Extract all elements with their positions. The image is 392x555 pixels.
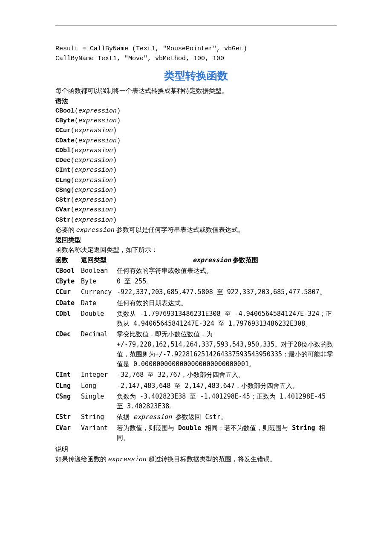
table-cell-range: 负数从 -1.79769313486231E308 至 -4.940656458… bbox=[117, 309, 337, 330]
syntax-arg: expression bbox=[75, 217, 113, 224]
table-cell-range: -922,337,203,685,477.5808 至 922,337,203,… bbox=[117, 287, 337, 298]
table-row: CDateDate任何有效的日期表达式。 bbox=[55, 298, 337, 309]
cvar-p1: 若为数值，则范围与 bbox=[117, 424, 178, 432]
explain-suffix: 超过转换目标数据类型的范围，将发生错误。 bbox=[147, 456, 276, 462]
syntax-fn-name: CDbl bbox=[55, 147, 71, 154]
table-cell-range: 负数为 -3.402823E38 至 -1.401298E-45；正数为 1.4… bbox=[117, 392, 337, 413]
table-cell-range: -2,147,483,648 至 2,147,483,647，小数部分四舍五入。 bbox=[117, 381, 337, 392]
table-cell-ret: Currency bbox=[81, 287, 117, 298]
table-cell-ret: Byte bbox=[81, 277, 117, 287]
syntax-fn-name: CInt bbox=[55, 167, 71, 174]
table-cell-range: 0 至 255。 bbox=[117, 277, 337, 287]
return-type-table: 函数 返回类型 expression 参数范围 CBoolBoolean任何有效… bbox=[55, 255, 337, 444]
param-note: 必要的 expression 参数可以是任何字符串表达式或数值表达式。 bbox=[55, 225, 337, 235]
table-row: CLngLong-2,147,483,648 至 2,147,483,647，小… bbox=[55, 381, 337, 392]
table-header-range: expression 参数范围 bbox=[117, 255, 337, 266]
syntax-fn-name: CByte bbox=[55, 117, 75, 124]
syntax-fn-name: CDate bbox=[55, 137, 75, 145]
section-title: 类型转换函数 bbox=[55, 67, 337, 84]
syntax-line: CStr(expression) bbox=[55, 215, 337, 225]
explain-heading: 说明 bbox=[55, 445, 337, 454]
table-row: CVarVariant若为数值，则范围与 Double 相同；若不为数值，则范围… bbox=[55, 423, 337, 444]
cvar-b1: Double bbox=[178, 424, 201, 432]
syntax-fn-name: CSng bbox=[55, 187, 71, 194]
table-row: CCurCurrency-922,337,203,685,477.5808 至 … bbox=[55, 287, 337, 298]
table-cell-ret: Boolean bbox=[81, 266, 117, 277]
table-row: CSngSingle负数为 -3.402823E38 至 -1.401298E-… bbox=[55, 392, 337, 413]
syntax-fn-name: CBool bbox=[55, 107, 75, 115]
table-row: CByteByte0 至 255。 bbox=[55, 277, 337, 287]
syntax-line: CVar(expression) bbox=[55, 205, 337, 215]
syntax-arg: expression bbox=[78, 137, 117, 145]
table-cell-ret: String bbox=[81, 412, 117, 423]
table-header-expr: expression bbox=[193, 256, 231, 264]
explain-expr: expression bbox=[108, 456, 147, 463]
table-row: CStrString依据 expression 参数返回 Cstr。 bbox=[55, 412, 337, 423]
table-row: CDecDecimal零变比数值，即无小数位数值，为 +/-79,228,162… bbox=[55, 330, 337, 370]
table-cell-fn: CInt bbox=[55, 370, 81, 381]
table-cell-fn: CByte bbox=[55, 277, 81, 287]
syntax-line: CDbl(expression) bbox=[55, 146, 337, 156]
syntax-line: CDec(expression) bbox=[55, 156, 337, 165]
table-header-fn: 函数 bbox=[55, 255, 81, 266]
table-cell-fn: CDbl bbox=[55, 309, 81, 330]
table-cell-ret: Integer bbox=[81, 370, 117, 381]
table-cell-range: 若为数值，则范围与 Double 相同；若不为数值，则范围与 String 相同… bbox=[117, 423, 337, 444]
syntax-line: CBool(expression) bbox=[55, 106, 337, 116]
table-cell-range: -32,768 至 32,767，小数部分四舍五入。 bbox=[117, 370, 337, 381]
code-line-2: CallByName Text1, "Move", vbMethod, 100,… bbox=[55, 54, 337, 64]
table-row: CBoolBoolean任何有效的字符串或数值表达式。 bbox=[55, 266, 337, 277]
table-cell-fn: CDec bbox=[55, 330, 81, 370]
syntax-arg: expression bbox=[78, 107, 117, 115]
syntax-fn-name: CDec bbox=[55, 157, 71, 164]
table-cell-range: 任何有效的字符串或数值表达式。 bbox=[117, 266, 337, 277]
param-note-suffix: 参数可以是任何字符串表达式或数值表达式。 bbox=[115, 226, 244, 233]
syntax-fn-name: CLng bbox=[55, 177, 71, 184]
syntax-arg: expression bbox=[75, 147, 113, 154]
syntax-arg: expression bbox=[78, 117, 117, 124]
table-cell-ret: Double bbox=[81, 309, 117, 330]
table-header-range-suffix: 参数范围 bbox=[231, 257, 258, 263]
syntax-line: CCur(expression) bbox=[55, 126, 337, 136]
syntax-fn-name: CCur bbox=[55, 127, 71, 134]
table-cell-ret: Long bbox=[81, 381, 117, 392]
syntax-arg: expression bbox=[75, 187, 113, 194]
syntax-line: CByte(expression) bbox=[55, 116, 337, 126]
cvar-p2: 相同；若不为数值，则范围与 bbox=[201, 424, 292, 432]
table-row: CIntInteger-32,768 至 32,767，小数部分四舍五入。 bbox=[55, 370, 337, 381]
syntax-arg: expression bbox=[75, 206, 113, 214]
table-cell-ret: Decimal bbox=[81, 330, 117, 370]
table-cell-fn: CStr bbox=[55, 412, 81, 423]
syntax-arg: expression bbox=[75, 177, 113, 184]
table-cell-fn: CDate bbox=[55, 298, 81, 309]
table-cell-fn: CVar bbox=[55, 423, 81, 444]
syntax-fn-name: CVar bbox=[55, 206, 71, 214]
explain-note: 如果传递给函数的 expression 超过转换目标数据类型的范围，将发生错误。 bbox=[55, 454, 337, 465]
syntax-arg: expression bbox=[75, 167, 113, 174]
param-note-prefix: 必要的 bbox=[55, 226, 76, 233]
cstr-range-suffix: 参数返回 Cstr。 bbox=[172, 413, 227, 421]
syntax-line: CStr(expression) bbox=[55, 195, 337, 205]
explain-prefix: 如果传递给函数的 bbox=[55, 456, 108, 462]
syntax-line: CSng(expression) bbox=[55, 185, 337, 195]
syntax-line: CLng(expression) bbox=[55, 176, 337, 185]
table-cell-ret: Date bbox=[81, 298, 117, 309]
param-note-expr: expression bbox=[76, 227, 115, 234]
table-cell-ret: Single bbox=[81, 392, 117, 413]
table-header-ret: 返回类型 bbox=[81, 255, 117, 266]
return-type-heading: 返回类型 bbox=[55, 235, 337, 245]
syntax-arg: expression bbox=[75, 157, 113, 164]
syntax-fn-name: CStr bbox=[55, 197, 71, 204]
top-rule bbox=[55, 26, 337, 26]
table-cell-ret: Variant bbox=[81, 423, 117, 444]
table-cell-range: 任何有效的日期表达式。 bbox=[117, 298, 337, 309]
syntax-arg: expression bbox=[75, 197, 113, 204]
syntax-fn-name: CStr bbox=[55, 217, 71, 224]
page-content: Result = CallByName (Text1, "MousePointe… bbox=[0, 0, 392, 555]
cstr-range-prefix: 依据 bbox=[117, 413, 133, 421]
intro-text: 每个函数都可以强制将一个表达式转换成某种特定数据类型。 bbox=[55, 86, 337, 96]
cvar-b2: String bbox=[292, 424, 315, 432]
table-header-row: 函数 返回类型 expression 参数范围 bbox=[55, 255, 337, 266]
table-cell-fn: CLng bbox=[55, 381, 81, 392]
table-cell-fn: CCur bbox=[55, 287, 81, 298]
